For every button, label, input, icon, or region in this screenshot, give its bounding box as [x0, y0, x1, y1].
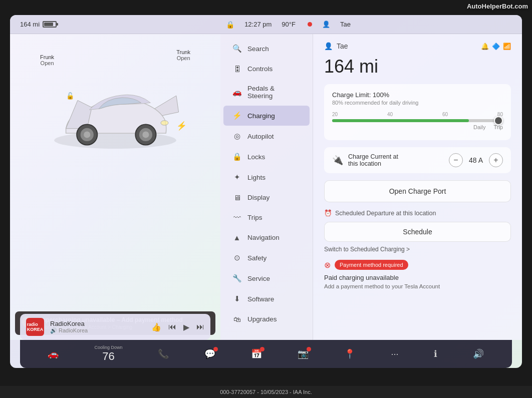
increase-current-button[interactable]: + [489, 153, 503, 167]
slider-daily-trip: Daily Trip [332, 124, 503, 130]
bottom-info-bar: 000-37720057 - 10/05/2023 - IAA Inc. [0, 386, 532, 398]
taskbar-car[interactable]: 🚗 [48, 348, 59, 359]
svg-point-3 [84, 131, 90, 138]
taskbar-calendar[interactable]: 📅 [251, 348, 262, 359]
status-bar: 164 mi 🔒 12:27 pm 90°F 👤 Tae [10, 15, 522, 34]
charge-slider-thumb[interactable] [494, 116, 503, 125]
user-row: 👤 Tae 🔔 🔷 📶 [324, 42, 511, 50]
schedule-button[interactable]: Schedule [324, 222, 511, 242]
range-value: 164 mi [20, 21, 40, 28]
charge-limit-box: Charge Limit: 100% 80% recommended for d… [324, 84, 511, 140]
nav-item-safety[interactable]: ⊙ Safety [223, 248, 310, 268]
taskbar-info[interactable]: ℹ [434, 348, 437, 359]
nav-label-autopilot: Autopilot [247, 133, 274, 140]
charging-panel: 👤 Tae 🔔 🔷 📶 164 mi Charge Limit: 100% 80… [313, 34, 522, 340]
service-icon: 🔧 [232, 274, 241, 283]
nav-item-lights[interactable]: ✦ Lights [223, 167, 310, 187]
svg-text:🔓: 🔓 [66, 92, 75, 100]
status-center: 🔒 12:27 pm 90°F 👤 Tae [65, 21, 512, 29]
taskbar-map[interactable]: 📍 [344, 348, 355, 359]
nav-item-trips[interactable]: 〰 Trips [223, 208, 310, 227]
payment-error-row: ⊗ Payment method required [324, 260, 511, 270]
user-row-left: 👤 Tae [324, 42, 348, 50]
payment-unavail-text: Paid charging unavailable [324, 274, 511, 281]
autopilot-icon: ◎ [232, 132, 241, 141]
payment-badge: Payment method required [335, 260, 408, 270]
volume-icon: 🔊 [473, 348, 484, 359]
prev-button[interactable]: ⏮ [168, 322, 176, 332]
nav-item-service[interactable]: 🔧 Service [223, 268, 310, 288]
nav-item-charging[interactable]: ⚡ Charging [223, 106, 310, 126]
media-controls: 👍 ⏮ ▶ ⏭ [151, 322, 204, 332]
user-icon: 👤 [322, 21, 330, 28]
radio-logo: radioKOREA [26, 318, 44, 336]
nav-label-software: Software [247, 295, 274, 303]
lock-icon: 🔒 [226, 21, 234, 29]
nav-item-locks[interactable]: 🔒 Locks [223, 147, 310, 167]
like-button[interactable]: 👍 [151, 322, 161, 332]
nav-label-pedals: Pedals & Steering [247, 85, 301, 100]
taskbar-messages[interactable]: 💬 [204, 348, 215, 359]
car-icon: 🚗 [48, 348, 59, 359]
phone-icon: 📞 [158, 348, 169, 359]
svg-point-7 [161, 121, 168, 125]
battery-icon [43, 21, 57, 28]
scheduled-section: ⏰ Scheduled Departure at this location S… [324, 209, 511, 253]
charge-slider-container: 20 40 60 80 Daily Trip [332, 112, 503, 130]
charge-slider-fill [332, 119, 469, 122]
nav-item-autopilot[interactable]: ◎ Autopilot [223, 126, 310, 146]
slider-labels: 20 40 60 80 [332, 112, 503, 117]
charge-slider-track[interactable] [332, 119, 503, 122]
camera-badge [307, 347, 311, 351]
map-icon: 📍 [344, 348, 355, 359]
svg-point-0 [54, 132, 176, 149]
radio-station-sub: 🔊 RadioKorea [50, 327, 145, 334]
upgrades-icon: 🛍 [232, 315, 241, 323]
open-charge-port-button[interactable]: Open Charge Port [324, 180, 511, 202]
charge-control: − 48 A + [449, 153, 503, 167]
car-image: ⚡ 🔓 [30, 54, 200, 184]
trips-icon: 〰 [232, 213, 241, 222]
nav-label-display: Display [247, 194, 270, 201]
nav-label-safety: Safety [247, 254, 267, 262]
car-svg: ⚡ 🔓 [40, 69, 190, 169]
nav-panel: 🔍 Search 🎛 Controls 🚗 Pedals & Steering … [220, 34, 313, 340]
locks-icon: 🔒 [232, 152, 241, 161]
nav-item-search[interactable]: 🔍 Search [223, 39, 310, 59]
scheduled-departure-label: Scheduled Departure at this location [335, 210, 436, 217]
charge-current-label: Charge Current atthis location [348, 153, 444, 167]
nav-label-lights: Lights [247, 174, 265, 181]
safety-icon: ⊙ [232, 253, 241, 262]
svg-point-6 [142, 131, 149, 138]
nav-item-upgrades[interactable]: 🛍 Upgrades [223, 309, 310, 329]
play-button[interactable]: ▶ [183, 322, 189, 332]
nav-label-service: Service [247, 275, 270, 282]
nav-item-controls[interactable]: 🎛 Controls [223, 59, 310, 79]
clock-icon: ⏰ [324, 209, 332, 217]
next-button[interactable]: ⏭ [196, 322, 204, 332]
nav-item-navigation[interactable]: ▲ Navigation [223, 228, 310, 247]
charge-plug-icon: 🔌 [332, 155, 343, 166]
taskbar-volume[interactable]: 🔊 [473, 348, 484, 359]
watermark: AutoHelperBot.com [467, 3, 528, 10]
nav-label-upgrades: Upgrades [247, 315, 277, 323]
charging-icon: ⚡ [232, 111, 241, 120]
nav-label-navigation: Navigation [247, 234, 280, 241]
taskbar-more[interactable]: ··· [391, 349, 398, 359]
controls-icon: 🎛 [232, 65, 241, 73]
nav-label-charging: Charging [247, 112, 275, 120]
nav-item-display[interactable]: 🖥 Display [223, 188, 310, 207]
taskbar-camera[interactable]: 📷 [298, 348, 309, 359]
more-icon: ··· [391, 349, 398, 359]
charging-user-name: Tae [337, 42, 348, 50]
switch-charging-link[interactable]: Switch to Scheduled Charging > [324, 246, 511, 253]
search-icon: 🔍 [232, 44, 241, 53]
radio-info: RadioKorea 🔊 RadioKorea [50, 320, 145, 334]
nav-item-software[interactable]: ⬇ Software [223, 289, 310, 309]
message-badge [213, 347, 218, 351]
decrease-current-button[interactable]: − [449, 153, 463, 167]
info-icon: ℹ [434, 348, 437, 359]
nav-item-pedals[interactable]: 🚗 Pedals & Steering [223, 79, 310, 105]
taskbar-phone[interactable]: 📞 [158, 348, 169, 359]
charge-limit-title: Charge Limit: 100% [332, 91, 503, 99]
